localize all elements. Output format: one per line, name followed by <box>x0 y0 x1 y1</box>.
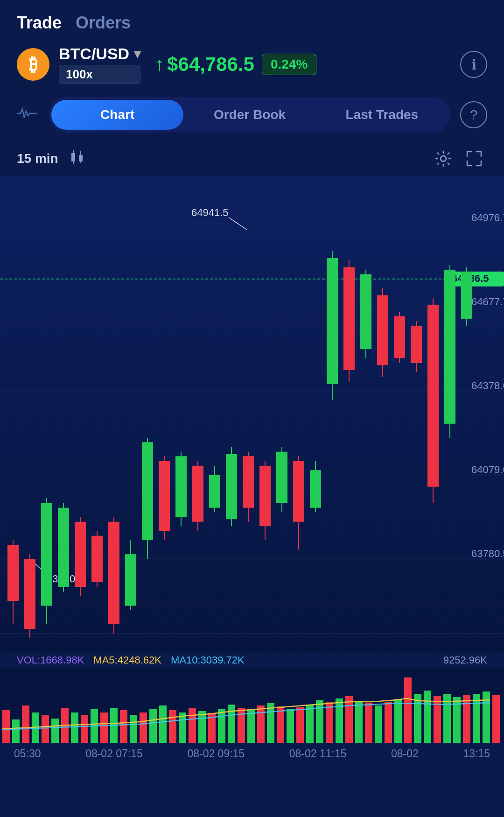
help-button[interactable]: ? <box>460 101 487 128</box>
svg-rect-127 <box>434 696 441 743</box>
trading-pair[interactable]: BTC/USD ▾ <box>59 45 140 63</box>
up-arrow-icon: ↑ <box>154 53 164 76</box>
svg-text:64677.7: 64677.7 <box>471 296 504 307</box>
svg-rect-112 <box>287 709 294 743</box>
svg-rect-111 <box>277 706 284 743</box>
svg-rect-71 <box>377 295 388 365</box>
svg-rect-35 <box>75 522 86 587</box>
svg-rect-67 <box>343 267 355 370</box>
svg-rect-63 <box>310 470 321 508</box>
svg-rect-41 <box>125 554 136 606</box>
svg-rect-100 <box>169 710 176 743</box>
svg-rect-122 <box>385 702 392 743</box>
time-label-4: 08-02 <box>391 747 419 760</box>
leverage-badge: 100x <box>59 65 140 84</box>
svg-rect-132 <box>483 691 490 743</box>
svg-rect-69 <box>360 274 371 349</box>
svg-rect-39 <box>108 522 119 624</box>
volume-labels: VOL:1668.98K MA5:4248.62K MA10:3039.72K … <box>0 652 504 668</box>
svg-rect-88 <box>51 719 59 743</box>
svg-text:64378.6: 64378.6 <box>471 380 504 391</box>
expand-button[interactable] <box>461 146 487 172</box>
svg-rect-90 <box>71 712 78 743</box>
svg-rect-106 <box>228 705 235 743</box>
svg-text:64976.7: 64976.7 <box>471 212 504 223</box>
svg-rect-108 <box>247 710 255 743</box>
chevron-down-icon: ▾ <box>134 46 140 62</box>
svg-rect-84 <box>12 719 20 743</box>
svg-rect-49 <box>192 466 203 522</box>
trade-tab[interactable]: Trade <box>17 13 62 33</box>
chart-controls: 15 min <box>0 141 504 176</box>
svg-rect-120 <box>365 703 372 743</box>
svg-rect-119 <box>355 701 363 743</box>
svg-rect-57 <box>259 466 271 526</box>
ticker-info: BTC/USD ▾ 100x <box>59 45 140 84</box>
svg-rect-118 <box>345 696 353 743</box>
svg-rect-47 <box>175 456 187 517</box>
time-label-0: 05:30 <box>14 747 41 760</box>
ma5-label: MA5:4248.62K <box>93 654 161 666</box>
svg-rect-45 <box>159 461 170 531</box>
orders-tab[interactable]: Orders <box>76 13 131 33</box>
svg-rect-114 <box>306 705 314 743</box>
svg-rect-85 <box>22 705 29 743</box>
svg-rect-99 <box>159 705 167 743</box>
svg-rect-103 <box>198 711 206 743</box>
candlestick-chart: 64976.7 64677.7 64378.6 64079.6 63780.5 … <box>0 176 504 652</box>
svg-rect-133 <box>492 695 500 743</box>
svg-rect-102 <box>189 708 196 743</box>
svg-rect-79 <box>444 270 455 424</box>
svg-rect-55 <box>243 456 254 508</box>
svg-rect-123 <box>394 699 402 743</box>
info-button[interactable]: ℹ <box>460 51 487 78</box>
chart-tabs-row: Chart Order Book Last Trades ? <box>0 89 504 141</box>
btc-logo: ₿ <box>17 48 49 81</box>
svg-rect-37 <box>91 536 103 582</box>
svg-rect-109 <box>257 705 265 743</box>
svg-text:64941.5: 64941.5 <box>191 207 229 218</box>
time-axis: 05:30 08-02 07:15 08-02 09:15 08-02 11:1… <box>0 743 504 760</box>
candlestick-icon[interactable] <box>70 149 87 168</box>
svg-rect-131 <box>473 694 480 743</box>
orderbook-tab[interactable]: Order Book <box>183 100 315 130</box>
svg-rect-75 <box>411 326 422 363</box>
lasttrades-tab[interactable]: Last Trades <box>316 100 448 130</box>
svg-rect-126 <box>424 691 431 743</box>
price-section: ↑ $64,786.5 0.24% <box>154 53 316 76</box>
svg-rect-29 <box>24 559 35 629</box>
svg-rect-65 <box>327 258 338 384</box>
svg-rect-59 <box>276 452 287 503</box>
top-navigation: Trade Orders <box>0 0 504 40</box>
time-label-5: 13:15 <box>463 747 490 760</box>
controls-right <box>430 146 487 172</box>
svg-rect-51 <box>209 475 220 508</box>
info-icon: ℹ <box>471 56 476 73</box>
svg-rect-96 <box>130 715 137 743</box>
svg-rect-91 <box>81 715 88 743</box>
chart-tab[interactable]: Chart <box>51 100 183 130</box>
svg-rect-27 <box>7 545 19 601</box>
settings-button[interactable] <box>430 146 456 172</box>
vol-label: VOL:1668.98K <box>17 654 84 666</box>
svg-rect-33 <box>58 508 69 587</box>
time-label-3: 08-02 11:15 <box>289 747 347 760</box>
svg-rect-0 <box>71 153 75 161</box>
svg-rect-53 <box>226 454 237 519</box>
ma10-label: MA10:3039.72K <box>171 654 245 666</box>
svg-rect-105 <box>218 709 225 743</box>
volume-chart <box>0 668 504 743</box>
pulse-icon <box>17 106 37 124</box>
ticker-row: ₿ BTC/USD ▾ 100x ↑ $64,786.5 0.24% ℹ <box>0 40 504 89</box>
svg-text:64079.6: 64079.6 <box>471 464 504 475</box>
svg-rect-81 <box>461 272 472 319</box>
svg-rect-95 <box>120 710 127 743</box>
timeframe-label[interactable]: 15 min <box>17 151 58 166</box>
view-tabs: Chart Order Book Last Trades <box>49 97 451 133</box>
current-price: ↑ $64,786.5 <box>154 53 254 76</box>
svg-rect-107 <box>238 708 245 743</box>
svg-rect-61 <box>293 461 304 522</box>
svg-rect-115 <box>316 700 323 743</box>
svg-rect-43 <box>142 442 153 540</box>
svg-rect-77 <box>427 305 439 487</box>
